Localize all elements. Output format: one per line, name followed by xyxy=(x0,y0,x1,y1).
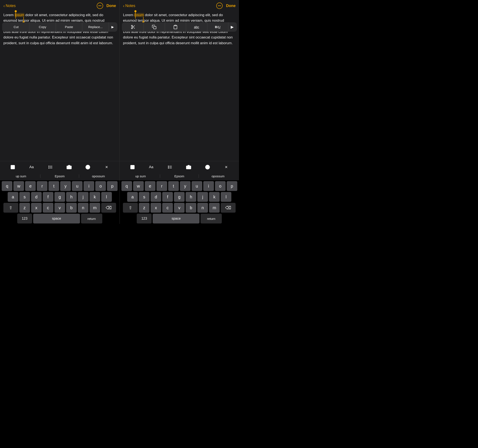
left-key-b[interactable]: b xyxy=(66,203,77,213)
right-key-b[interactable]: b xyxy=(186,203,196,213)
left-key-q[interactable]: q xyxy=(2,181,12,191)
right-key-p[interactable]: p xyxy=(227,181,237,191)
left-key-f[interactable]: f xyxy=(43,192,53,202)
left-ellipsis-button[interactable]: ••• xyxy=(97,3,103,9)
right-key-m[interactable]: m xyxy=(209,203,220,213)
left-key-h[interactable]: h xyxy=(66,192,77,202)
left-space-key[interactable]: space xyxy=(33,214,80,223)
left-note-content[interactable]: Cut Copy Paste Replace... ▶ Lorem ipsum … xyxy=(0,11,120,161)
left-key-p[interactable]: p xyxy=(107,181,118,191)
right-camera-icon[interactable] xyxy=(185,163,192,171)
left-done-button[interactable]: Done xyxy=(107,4,116,8)
right-key-e[interactable]: e xyxy=(145,181,155,191)
left-return-key[interactable]: return xyxy=(81,214,102,223)
right-key-o[interactable]: o xyxy=(215,181,226,191)
left-more-button[interactable]: ▶ xyxy=(109,22,117,32)
right-key-j[interactable]: j xyxy=(197,192,208,202)
right-close-icon[interactable]: × xyxy=(222,163,230,171)
left-key-r[interactable]: r xyxy=(37,181,47,191)
left-back-button[interactable]: ‹ Notes xyxy=(3,3,16,8)
right-space-key[interactable]: space xyxy=(153,214,200,223)
left-key-j[interactable]: j xyxy=(78,192,88,202)
left-paste-button[interactable]: Paste xyxy=(56,22,82,32)
right-key-s[interactable]: s xyxy=(139,192,150,202)
left-num-key[interactable]: 123 xyxy=(17,214,32,223)
right-key-x[interactable]: x xyxy=(151,203,161,213)
left-key-y[interactable]: y xyxy=(60,181,71,191)
left-table-icon[interactable] xyxy=(9,163,17,171)
left-key-x[interactable]: x xyxy=(31,203,42,213)
right-return-key[interactable]: return xyxy=(201,214,222,223)
left-key-l[interactable]: l xyxy=(101,192,112,202)
right-note-content[interactable]: abc BIU ▶ Lorem ipsum dolor sit amet, co… xyxy=(120,11,239,161)
left-camera-icon[interactable] xyxy=(65,163,73,171)
left-key-m[interactable]: m xyxy=(89,203,100,213)
right-pred-2[interactable]: Epsom xyxy=(160,174,199,178)
right-key-i[interactable]: i xyxy=(203,181,214,191)
right-shift-key[interactable]: ⇧ xyxy=(123,203,138,213)
right-key-t[interactable]: t xyxy=(168,181,179,191)
right-key-q[interactable]: q xyxy=(121,181,132,191)
left-pred-1[interactable]: up sum xyxy=(2,174,40,178)
right-copy-button[interactable] xyxy=(144,22,165,32)
left-replace-button[interactable]: Replace... xyxy=(82,22,109,32)
left-key-c[interactable]: c xyxy=(43,203,53,213)
left-pred-2[interactable]: Epsom xyxy=(40,174,79,178)
right-key-r[interactable]: r xyxy=(157,181,167,191)
left-delete-key[interactable]: ⌫ xyxy=(101,203,116,213)
right-key-y[interactable]: y xyxy=(180,181,190,191)
right-abc-button[interactable]: abc xyxy=(186,22,207,32)
left-pred-3[interactable]: opossum xyxy=(79,174,118,178)
right-key-f[interactable]: f xyxy=(162,192,173,202)
right-key-w[interactable]: w xyxy=(133,181,144,191)
right-back-button[interactable]: ‹ Notes xyxy=(123,3,135,8)
right-pred-1[interactable]: up sum xyxy=(121,174,160,178)
left-cut-button[interactable]: Cut xyxy=(3,22,29,32)
left-key-t[interactable]: t xyxy=(49,181,59,191)
right-key-d[interactable]: d xyxy=(151,192,161,202)
left-key-z[interactable]: z xyxy=(19,203,30,213)
right-ellipsis-button[interactable]: ••• xyxy=(216,3,223,9)
left-key-i[interactable]: i xyxy=(84,181,94,191)
left-key-w[interactable]: w xyxy=(13,181,24,191)
right-pred-3[interactable]: opossum xyxy=(199,174,237,178)
left-list-icon[interactable] xyxy=(47,163,54,171)
right-key-v[interactable]: v xyxy=(174,203,185,213)
left-font-icon[interactable]: Aa xyxy=(28,163,35,171)
right-key-h[interactable]: h xyxy=(186,192,196,202)
right-key-l[interactable]: l xyxy=(221,192,231,202)
left-close-icon[interactable]: × xyxy=(103,163,110,171)
right-delete-key[interactable]: ⌫ xyxy=(221,203,236,213)
right-paste-button[interactable] xyxy=(165,22,186,32)
right-font-icon[interactable]: Aa xyxy=(147,163,155,171)
right-table-icon[interactable] xyxy=(129,163,136,171)
right-list-icon[interactable] xyxy=(166,163,174,171)
left-key-k[interactable]: k xyxy=(89,192,100,202)
left-key-row-2: a s d f g h j k l xyxy=(1,192,119,202)
right-key-c[interactable]: c xyxy=(162,203,173,213)
left-key-u[interactable]: u xyxy=(72,181,82,191)
right-key-n[interactable]: n xyxy=(197,203,208,213)
left-key-a[interactable]: a xyxy=(8,192,18,202)
left-shift-key[interactable]: ⇧ xyxy=(3,203,18,213)
left-key-s[interactable]: s xyxy=(19,192,30,202)
left-key-v[interactable]: v xyxy=(54,203,65,213)
left-key-o[interactable]: o xyxy=(95,181,106,191)
right-markup-icon[interactable] xyxy=(204,163,211,171)
left-key-n[interactable]: n xyxy=(78,203,88,213)
right-cut-button[interactable] xyxy=(123,22,144,32)
right-key-a[interactable]: a xyxy=(127,192,138,202)
right-key-g[interactable]: g xyxy=(174,192,185,202)
right-key-z[interactable]: z xyxy=(139,203,150,213)
right-key-k[interactable]: k xyxy=(209,192,220,202)
right-biu-button[interactable]: BIU xyxy=(207,22,229,32)
left-key-g[interactable]: g xyxy=(54,192,65,202)
left-key-d[interactable]: d xyxy=(31,192,42,202)
left-markup-icon[interactable] xyxy=(84,163,92,171)
right-done-button[interactable]: Done xyxy=(226,4,236,8)
right-num-key[interactable]: 123 xyxy=(137,214,152,223)
left-copy-button[interactable]: Copy xyxy=(29,22,56,32)
right-more-button[interactable]: ▶ xyxy=(228,22,236,32)
left-key-e[interactable]: e xyxy=(25,181,36,191)
right-key-u[interactable]: u xyxy=(192,181,202,191)
